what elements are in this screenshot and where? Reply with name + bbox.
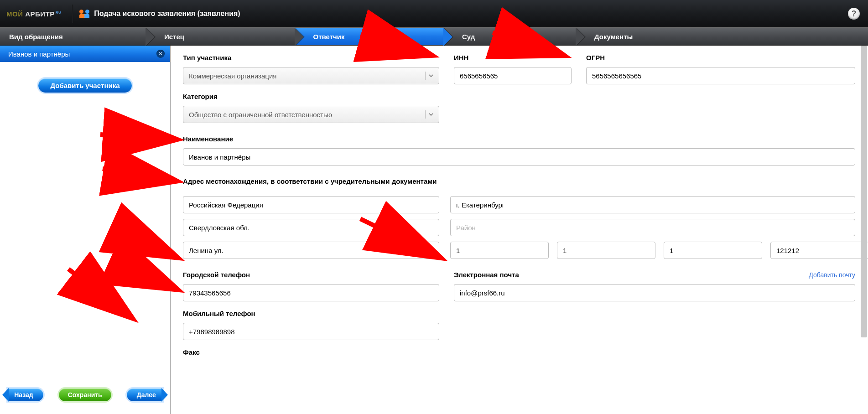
address-building-input[interactable] — [557, 242, 655, 259]
step-type[interactable]: Вид обращения — [0, 28, 146, 45]
step-label: Документы — [594, 33, 633, 41]
address-postcode-input[interactable] — [770, 242, 868, 259]
ogrn-input[interactable] — [586, 67, 855, 84]
brand-ru: RU — [56, 10, 62, 15]
step-court[interactable]: Суд — [444, 28, 576, 45]
save-button[interactable]: Сохранить — [59, 388, 111, 401]
email-label: Электронная почта — [454, 271, 519, 279]
help-icon[interactable]: ? — [848, 8, 860, 20]
participant-name: Иванов и партнёры — [8, 50, 70, 58]
address-district-input[interactable] — [450, 219, 855, 236]
category-label: Категория — [183, 93, 439, 100]
email-input[interactable] — [454, 284, 855, 301]
brand-part2: АРБИТР — [25, 10, 55, 18]
people-icon — [79, 10, 89, 18]
brand-part1: МОЙ — [6, 10, 23, 18]
brand-logo: МОЙ АРБИТР RU — [6, 10, 61, 18]
step-label: Суд — [462, 33, 475, 41]
select-value: Общество с ограниченной ответственностью — [189, 111, 332, 119]
top-bar: МОЙ АРБИТР RU Подача искового заявления … — [0, 0, 868, 27]
inn-input[interactable] — [454, 67, 572, 84]
participant-type-label: Тип участника — [183, 54, 439, 62]
name-label: Наименование — [183, 135, 855, 143]
address-street-input[interactable] — [183, 242, 439, 259]
participant-type-select[interactable]: Коммерческая организация — [183, 67, 439, 84]
chevron-down-icon — [425, 72, 433, 80]
step-label: Истец — [164, 33, 184, 41]
form-panel: Тип участника Коммерческая организация И… — [171, 46, 868, 414]
wizard-buttons: Назад Сохранить Далее — [0, 388, 170, 401]
vertical-divider — [72, 5, 73, 23]
mobile-phone-label: Мобильный телефон — [183, 310, 439, 317]
add-email-link[interactable]: Добавить почту — [809, 271, 855, 279]
next-button[interactable]: Далее — [127, 388, 162, 401]
participant-tab[interactable]: Иванов и партнёры ✕ — [0, 46, 170, 62]
city-phone-input[interactable] — [183, 284, 439, 301]
step-label: Вид обращения — [9, 33, 63, 41]
address-house-input[interactable] — [450, 242, 549, 259]
step-plaintiff[interactable]: Истец — [146, 28, 295, 45]
add-participant-button[interactable]: Добавить участника — [38, 78, 131, 93]
step-documents[interactable]: Документы — [576, 28, 868, 45]
select-value: Коммерческая организация — [189, 72, 276, 80]
address-flat-input[interactable] — [664, 242, 762, 259]
address-city-input[interactable] — [450, 196, 855, 213]
address-region-input[interactable] — [183, 219, 439, 236]
address-label: Адрес местонахождения, в соответствии с … — [183, 177, 855, 185]
name-input[interactable] — [183, 148, 855, 166]
sidebar: Иванов и партнёры ✕ Добавить участника Н… — [0, 46, 171, 414]
scrollbar-thumb[interactable] — [861, 46, 867, 337]
address-country-input[interactable] — [183, 196, 439, 213]
steps-nav: Вид обращения Истец Ответчик Суд Докумен… — [0, 27, 868, 46]
chevron-down-icon — [425, 110, 433, 119]
back-button[interactable]: Назад — [8, 388, 43, 401]
fax-label: Факс — [183, 348, 855, 356]
mobile-phone-input[interactable] — [183, 323, 439, 340]
step-label: Ответчик — [313, 33, 345, 41]
city-phone-label: Городской телефон — [183, 271, 439, 279]
close-icon[interactable]: ✕ — [156, 50, 165, 58]
ogrn-label: ОГРН — [586, 54, 855, 62]
step-defendant[interactable]: Ответчик — [295, 28, 444, 45]
category-select[interactable]: Общество с ограниченной ответственностью — [183, 106, 439, 123]
page-title: Подача искового заявления (заявления) — [94, 10, 240, 18]
inn-label: ИНН — [454, 54, 572, 62]
